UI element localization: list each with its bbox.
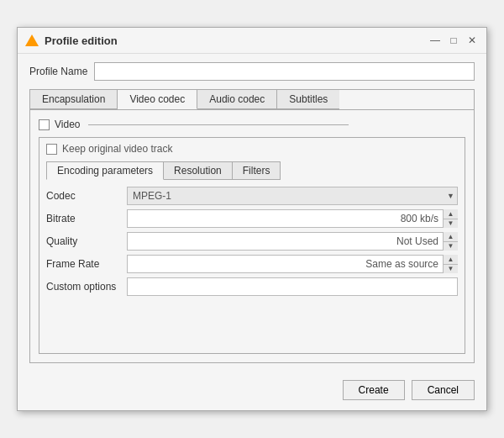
inner-tab-encoding[interactable]: Encoding parameters (46, 161, 164, 180)
video-checkbox[interactable] (39, 119, 50, 130)
tab-subtitles[interactable]: Subtitles (277, 90, 339, 109)
profile-name-row: Profile Name (29, 62, 475, 81)
bitrate-wrapper: ▲ ▼ (127, 209, 458, 228)
bottom-buttons: Create Cancel (18, 372, 486, 410)
minimize-button[interactable]: — (428, 33, 443, 48)
bitrate-spinners: ▲ ▼ (443, 209, 458, 228)
profile-name-input[interactable] (94, 62, 475, 81)
main-window: Profile edition — □ ✕ Profile Name Encap… (17, 27, 487, 411)
frame-rate-down[interactable]: ▼ (444, 265, 458, 274)
quality-spinners: ▲ ▼ (443, 232, 458, 251)
inner-tab-resolution[interactable]: Resolution (163, 161, 233, 180)
frame-rate-up[interactable]: ▲ (444, 255, 458, 265)
title-bar: Profile edition — □ ✕ (18, 28, 486, 54)
profile-name-label: Profile Name (29, 66, 87, 77)
video-checkbox-row: Video (39, 119, 465, 130)
frame-rate-wrapper: ▲ ▼ (127, 255, 458, 273)
bitrate-down[interactable]: ▼ (444, 219, 458, 229)
frame-rate-input[interactable] (127, 255, 458, 273)
tab-audio-codec[interactable]: Audio codec (197, 90, 277, 109)
bitrate-label: Bitrate (46, 213, 122, 224)
quality-label: Quality (46, 235, 122, 247)
close-button[interactable]: ✕ (465, 33, 480, 48)
tab-video-codec[interactable]: Video codec (118, 90, 197, 109)
quality-input[interactable] (127, 232, 458, 251)
main-tabs: Encapsulation Video codec Audio codec Su… (29, 89, 475, 109)
encoding-form: Codec MPEG-1 ▼ Bitrate ▲ ▼ (46, 187, 458, 296)
bitrate-input[interactable] (127, 209, 458, 228)
keep-original-row: Keep original video track (46, 143, 458, 155)
create-button[interactable]: Create (343, 380, 405, 400)
window-controls: — □ ✕ (428, 33, 480, 48)
custom-options-input[interactable] (127, 277, 458, 296)
maximize-button[interactable]: □ (446, 33, 461, 48)
cancel-button[interactable]: Cancel (412, 380, 475, 400)
frame-rate-spinners: ▲ ▼ (443, 255, 458, 273)
custom-options-label: Custom options (46, 281, 122, 293)
dialog-content: Profile Name Encapsulation Video codec A… (18, 54, 486, 372)
quality-wrapper: ▲ ▼ (127, 232, 458, 251)
vlc-icon (24, 33, 39, 48)
spacer (46, 296, 458, 346)
bitrate-up[interactable]: ▲ (444, 209, 458, 219)
inner-tab-filters[interactable]: Filters (232, 161, 281, 180)
codec-dropdown-wrapper: MPEG-1 ▼ (127, 187, 458, 205)
video-group: Keep original video track Encoding param… (39, 137, 465, 354)
codec-label: Codec (46, 190, 122, 202)
video-label: Video (55, 119, 80, 130)
window-title: Profile edition (45, 34, 428, 47)
codec-select[interactable]: MPEG-1 (127, 187, 458, 205)
frame-rate-label: Frame Rate (46, 258, 122, 270)
tab-content-video-codec: Video Keep original video track Encoding… (29, 109, 475, 363)
quality-up[interactable]: ▲ (444, 232, 458, 242)
tab-encapsulation[interactable]: Encapsulation (30, 90, 118, 109)
keep-original-label: Keep original video track (62, 143, 172, 155)
keep-original-checkbox[interactable] (46, 144, 57, 155)
inner-tabs: Encoding parameters Resolution Filters (46, 161, 458, 180)
quality-down[interactable]: ▼ (444, 242, 458, 251)
